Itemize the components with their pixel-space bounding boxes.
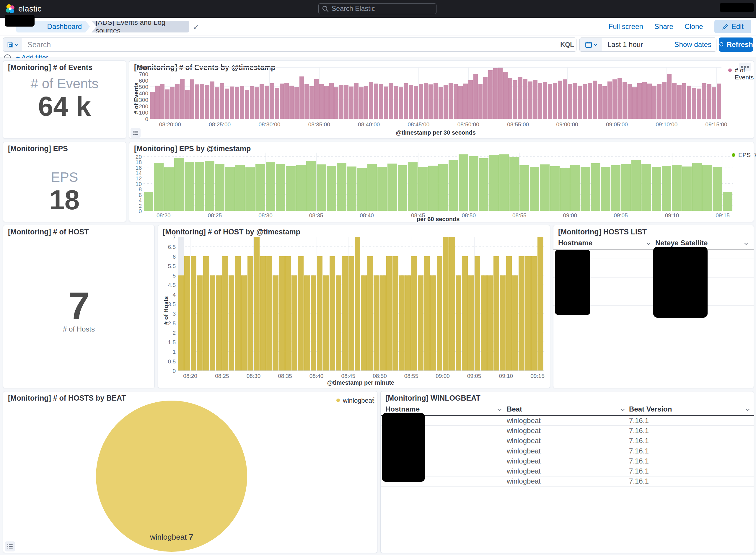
bar[interactable] (424, 83, 428, 119)
bar[interactable] (443, 237, 449, 371)
bar[interactable] (444, 85, 448, 119)
bar[interactable] (394, 86, 398, 119)
bar[interactable] (533, 80, 538, 119)
bar[interactable] (428, 166, 438, 211)
bar[interactable] (317, 164, 326, 211)
bar[interactable] (280, 84, 284, 119)
bar[interactable] (493, 68, 498, 119)
bar[interactable] (662, 166, 671, 211)
legend-toggle-button[interactable] (130, 128, 140, 138)
bar[interactable] (449, 83, 453, 119)
bar[interactable] (250, 86, 254, 119)
bar[interactable] (463, 84, 468, 119)
bar[interactable] (523, 79, 528, 119)
bar[interactable] (713, 167, 722, 211)
bar[interactable] (662, 82, 667, 119)
bar[interactable] (389, 83, 393, 119)
bar[interactable] (631, 160, 641, 211)
bar[interactable] (601, 167, 611, 211)
bar[interactable] (611, 165, 621, 211)
chart-legend[interactable]: winlogbeat (336, 397, 374, 404)
bar[interactable] (632, 87, 637, 119)
bar[interactable] (329, 83, 334, 119)
bar[interactable] (623, 82, 627, 119)
table-row[interactable]: winlogbeat7.16.1 (381, 436, 754, 446)
bar[interactable] (275, 88, 279, 119)
bar[interactable] (210, 275, 215, 371)
bar[interactable] (170, 87, 174, 119)
bar[interactable] (462, 256, 467, 371)
bar[interactable] (164, 167, 174, 211)
bar[interactable] (488, 70, 493, 119)
edit-button[interactable]: Edit (714, 20, 751, 33)
chevron-down-icon[interactable] (647, 241, 650, 245)
bar[interactable] (588, 83, 592, 119)
bar[interactable] (314, 79, 319, 119)
bar[interactable] (361, 275, 367, 371)
bar[interactable] (712, 87, 716, 119)
bar[interactable] (384, 86, 388, 119)
bar[interactable] (235, 87, 239, 119)
bar[interactable] (433, 83, 438, 119)
bar[interactable] (717, 84, 721, 119)
bar[interactable] (311, 275, 316, 371)
bar[interactable] (165, 89, 169, 119)
elastic-brand[interactable]: elastic (5, 4, 42, 14)
bar[interactable] (498, 68, 503, 119)
panel-title[interactable]: [Monitoring] # of HOSTS by BEAT (8, 394, 126, 402)
column-header-hostname[interactable]: Hostname (385, 405, 420, 413)
bar[interactable] (411, 256, 417, 371)
bar[interactable] (240, 86, 244, 119)
bar[interactable] (380, 275, 386, 371)
bar[interactable] (408, 162, 417, 211)
bar[interactable] (647, 84, 652, 119)
bar[interactable] (155, 86, 160, 119)
table-row[interactable]: winlogbeat7.16.1 (381, 426, 754, 436)
bar[interactable] (494, 256, 499, 371)
chevron-down-icon[interactable] (621, 408, 625, 411)
bar[interactable] (519, 165, 529, 211)
bar[interactable] (538, 237, 543, 371)
bar[interactable] (553, 83, 557, 119)
clone-button[interactable]: Clone (684, 23, 703, 31)
legend-toggle-button[interactable] (5, 542, 15, 551)
bar[interactable] (723, 192, 732, 211)
bar[interactable] (570, 165, 580, 211)
bar[interactable] (667, 74, 672, 119)
bar[interactable] (266, 162, 275, 211)
bar[interactable] (255, 87, 259, 119)
bar[interactable] (324, 86, 329, 119)
bar[interactable] (241, 275, 247, 371)
show-dates-button[interactable]: Show dates (674, 40, 711, 49)
bar[interactable] (418, 167, 428, 211)
bar[interactable] (245, 90, 249, 119)
bar[interactable] (414, 86, 418, 119)
bar[interactable] (144, 192, 153, 211)
bar[interactable] (265, 86, 269, 119)
panel-title[interactable]: [Monitoring] # of HOST (8, 227, 89, 236)
kql-language-button[interactable]: KQL (558, 38, 576, 51)
bar[interactable] (642, 82, 647, 119)
bar[interactable] (503, 72, 508, 119)
bar[interactable] (323, 275, 329, 371)
bar[interactable] (581, 167, 590, 211)
bar[interactable] (621, 164, 630, 211)
bar[interactable] (309, 86, 314, 119)
bar[interactable] (672, 165, 681, 211)
bar[interactable] (682, 167, 691, 211)
bar[interactable] (568, 84, 572, 119)
bar[interactable] (677, 85, 682, 119)
bar[interactable] (319, 84, 324, 119)
bar[interactable] (184, 162, 194, 211)
saved-query-menu-button[interactable] (3, 38, 22, 51)
bar[interactable] (306, 161, 316, 211)
chart-legend[interactable]: # of Events (728, 67, 756, 81)
bar[interactable] (398, 165, 407, 211)
bar[interactable] (500, 275, 505, 371)
bar[interactable] (399, 87, 403, 119)
bar[interactable] (583, 84, 587, 119)
bar[interactable] (550, 166, 560, 211)
panel-title[interactable]: [Monitoring] # of HOST by @timestamp (163, 227, 300, 236)
bar[interactable] (367, 256, 373, 371)
chart-legend[interactable]: EPS 7 (732, 152, 756, 159)
